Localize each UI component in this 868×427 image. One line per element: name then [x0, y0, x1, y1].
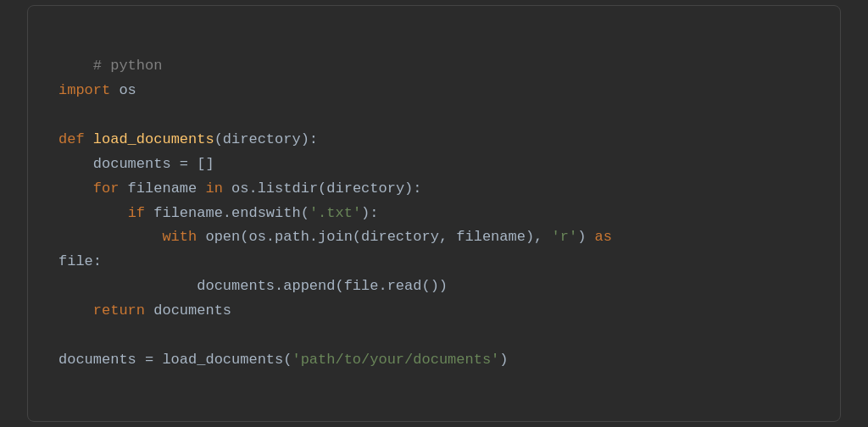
line-call: documents = load_documents('path/to/your…: [58, 352, 509, 368]
call-assign: documents = load_documents(: [58, 352, 292, 368]
for-iter: os.listdir(directory):: [223, 180, 422, 197]
import-os: os: [110, 82, 136, 98]
for-keyword: for: [93, 180, 120, 197]
space: [85, 131, 93, 147]
comment-text: # python: [93, 58, 163, 74]
line-with: with open(os.path.join(directory, filena…: [58, 229, 612, 245]
def-keyword: def: [58, 131, 85, 147]
line-if: if filename.endswith('.txt'):: [58, 205, 379, 221]
docs-assign-text: documents = []: [58, 156, 214, 172]
indent3: [58, 229, 162, 245]
return-keyword: return: [93, 302, 145, 319]
open-call: open(os.path.join(directory, filename),: [197, 229, 551, 245]
return-val: documents: [145, 302, 231, 319]
line-def: def load_documents(directory):: [58, 131, 318, 147]
line-for: for filename in os.listdir(directory):: [58, 180, 422, 197]
line-import: import os: [58, 82, 136, 98]
func-params: (directory):: [214, 131, 318, 147]
r-string: 'r': [552, 229, 578, 245]
indent-return: [58, 302, 93, 319]
file-text: file:: [58, 253, 102, 269]
import-keyword: import: [58, 82, 110, 98]
code-block: # python import os def load_documents(di…: [58, 30, 810, 396]
path-string: 'path/to/your/documents': [292, 352, 499, 368]
txt-string: '.txt': [309, 205, 361, 221]
if-cond: filename.endswith(: [145, 205, 309, 221]
line-docs-assign: documents = []: [58, 156, 214, 172]
indent2: [58, 205, 128, 221]
line-return: return documents: [58, 302, 231, 319]
append-text: documents.append(file.read()): [58, 278, 448, 294]
as-keyword: as: [595, 229, 612, 245]
if-close: ):: [361, 205, 378, 221]
with-keyword: with: [162, 229, 197, 245]
line-comment: # python: [93, 58, 163, 74]
if-keyword: if: [128, 205, 145, 221]
as-space: ): [577, 229, 594, 245]
call-close: ): [499, 352, 508, 368]
for-var: filename: [119, 180, 205, 197]
code-container: # python import os def load_documents(di…: [27, 5, 841, 421]
line-file: file:: [58, 253, 102, 269]
in-keyword: in: [205, 180, 222, 197]
line-append: documents.append(file.read()): [58, 278, 448, 294]
indent1: [58, 180, 93, 197]
func-name: load_documents: [93, 131, 214, 147]
